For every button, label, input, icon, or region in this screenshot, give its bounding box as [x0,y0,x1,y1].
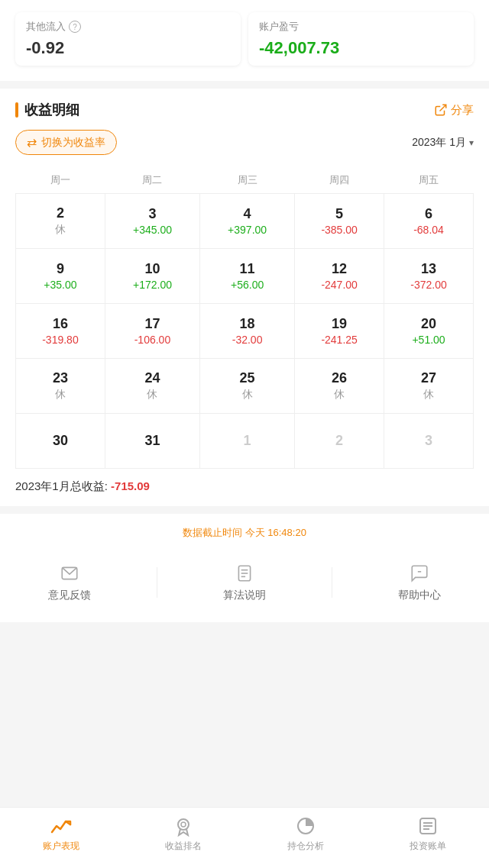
calendar-cell[interactable]: 20+51.00 [384,304,474,359]
month-label: 2023年 1月 [412,136,466,150]
data-cutoff-time: 数据截止时间 今天 16:48:20 [15,526,474,540]
account-pnl-label: 账户盈亏 [259,20,299,34]
calendar-row-3: 23休24休25休26休27休 [16,359,474,414]
nav-label-bill: 投资账单 [410,840,446,853]
calendar-cell[interactable]: 24休 [105,359,199,414]
calendar-cell[interactable]: 4+397.00 [200,194,295,249]
calendar-cell[interactable]: 6-68.04 [384,194,474,249]
calendar-cell[interactable]: 26休 [295,359,384,414]
calendar-cell[interactable]: 3 [384,414,474,469]
weekday-mon: 周一 [16,167,105,194]
calendar-table: 周一 周二 周三 周四 周五 2休3+345.004+397.005-385.0… [15,167,474,469]
calendar-cell[interactable]: 19-241.25 [295,304,384,359]
other-inflow-title: 其他流入 ? [26,20,230,34]
weekday-wed: 周三 [200,167,295,194]
calendar-cell[interactable]: 3+345.00 [105,194,199,249]
help-center-link[interactable]: 帮助中心 [398,563,441,602]
controls-row: ⇄ 切换为收益率 2023年 1月 ▾ [15,130,474,155]
calendar-cell[interactable]: 23休 [16,359,105,414]
nav-item-bill[interactable]: 投资账单 [367,815,489,853]
calendar-row-0: 2休3+345.004+397.005-385.006-68.04 [16,194,474,249]
section-title: 收益明细 [24,101,79,119]
nav-item-position[interactable]: 持仓分析 [244,815,367,853]
bottom-navigation: 账户表现 收益排名 持仓分析 [0,807,489,868]
switch-rate-button[interactable]: ⇄ 切换为收益率 [15,130,117,155]
pie-chart-icon [294,815,317,837]
monthly-summary: 2023年1月总收益: -715.09 [15,479,474,494]
nav-label-ranking: 收益排名 [165,840,202,853]
calendar-cell[interactable]: 17-106.00 [105,304,199,359]
calendar-row-1: 9+35.0010+172.0011+56.0012-247.0013-372.… [16,249,474,304]
nav-label-position: 持仓分析 [287,840,324,853]
share-icon [434,103,448,117]
account-pnl-card: 账户盈亏 -42,007.73 [248,12,474,66]
footer-info: 数据截止时间 今天 16:48:20 意见反馈 算 [0,514,489,622]
svg-line-0 [440,105,446,111]
feedback-link[interactable]: 意见反馈 [48,563,91,602]
calendar-cell[interactable]: 25休 [200,359,295,414]
share-button[interactable]: 分享 [434,103,474,118]
share-label: 分享 [451,103,474,118]
svg-point-7 [178,819,189,830]
calendar-cell[interactable]: 10+172.00 [105,249,199,304]
summary-label: 2023年1月总收益: [15,479,111,492]
calendar-cell[interactable]: 2 [295,414,384,469]
help-icon[interactable]: ? [69,21,81,33]
nav-item-account[interactable]: 账户表现 [0,815,122,853]
chevron-down-icon: ▾ [469,137,474,148]
medal-icon [172,815,195,837]
svg-point-8 [181,822,186,827]
top-cards: 其他流入 ? -0.92 账户盈亏 -42,007.73 [0,0,489,81]
income-detail-section: 收益明细 分享 ⇄ 切换为收益率 2023年 1月 ▾ 周一 周二 周三 [0,89,489,506]
nav-label-account: 账户表现 [43,840,79,853]
chart-up-icon [50,815,73,837]
algorithm-link[interactable]: 算法说明 [223,563,266,602]
calendar-cell[interactable]: 18-32.00 [200,304,295,359]
calendar-cell[interactable]: 27休 [384,359,474,414]
weekday-tue: 周二 [105,167,199,194]
calendar-cell[interactable]: 11+56.00 [200,249,295,304]
title-bar-decoration [15,102,18,118]
calendar-cell[interactable]: 31 [105,414,199,469]
other-inflow-label: 其他流入 [26,20,66,34]
divider-1 [157,567,157,598]
account-pnl-value: -42,007.73 [259,38,463,58]
algorithm-icon [234,563,255,584]
help-center-icon [409,563,430,584]
calendar-row-2: 16-319.8017-106.0018-32.0019-241.2520+51… [16,304,474,359]
calendar-cell[interactable]: 16-319.80 [16,304,105,359]
feedback-icon [59,563,80,584]
footer-links: 意见反馈 算法说明 帮助中心 [15,555,474,610]
month-selector[interactable]: 2023年 1月 ▾ [412,136,474,150]
calendar-cell[interactable]: 9+35.00 [16,249,105,304]
switch-btn-label: 切换为收益率 [41,136,105,150]
calendar-cell[interactable]: 30 [16,414,105,469]
section-title-wrap: 收益明细 [15,101,79,119]
algorithm-label: 算法说明 [223,589,266,602]
calendar-cell[interactable]: 2休 [16,194,105,249]
summary-value: -715.09 [111,479,150,492]
feedback-label: 意见反馈 [48,589,91,602]
account-pnl-title: 账户盈亏 [259,20,463,34]
weekday-thu: 周四 [295,167,384,194]
help-center-label: 帮助中心 [398,589,441,602]
nav-item-ranking[interactable]: 收益排名 [122,815,244,853]
calendar-cell[interactable]: 13-372.00 [384,249,474,304]
other-inflow-value: -0.92 [26,38,230,58]
calendar-cell[interactable]: 5-385.00 [295,194,384,249]
calendar-row-4: 3031123 [16,414,474,469]
calendar-cell[interactable]: 1 [200,414,295,469]
calendar-header-row: 周一 周二 周三 周四 周五 [16,167,474,194]
section-header: 收益明细 分享 [15,101,474,119]
calendar-cell[interactable]: 12-247.00 [295,249,384,304]
divider-2 [332,567,332,598]
switch-icon: ⇄ [27,135,37,150]
other-inflow-card: 其他流入 ? -0.92 [15,12,241,66]
weekday-fri: 周五 [384,167,474,194]
list-icon [416,815,439,837]
